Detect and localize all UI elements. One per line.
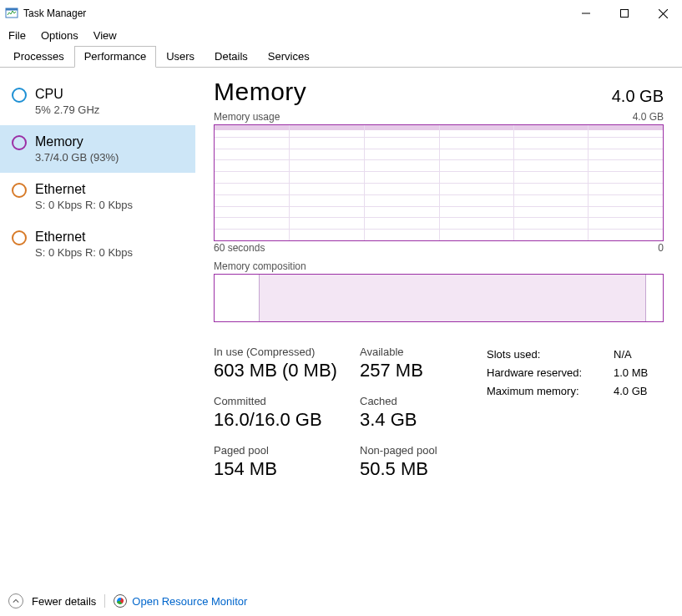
main-pane: Memory 4.0 GB Memory usage 4.0 GB 60 sec…	[195, 68, 682, 583]
cpu-ring-icon	[12, 88, 27, 103]
memory-usage-graph[interactable]	[214, 124, 664, 241]
page-title: Memory	[214, 78, 306, 106]
sidebar-item-ethernet-2[interactable]: Ethernet S: 0 Kbps R: 0 Kbps	[0, 220, 195, 268]
meta-max-value: 4.0 GB	[614, 382, 664, 401]
chevron-up-icon[interactable]	[8, 593, 23, 608]
stat-nonpaged-value: 50.5 MB	[360, 458, 460, 480]
sidebar-item-label: CPU	[35, 86, 99, 103]
footer-separator	[104, 594, 105, 608]
close-button[interactable]	[644, 0, 682, 27]
stat-available-value: 257 MB	[360, 360, 460, 381]
menu-view[interactable]: View	[93, 29, 117, 42]
stat-cached-label: Cached	[360, 395, 460, 407]
tab-services[interactable]: Services	[258, 46, 320, 68]
graph-label: Memory usage	[214, 111, 280, 123]
tab-details[interactable]: Details	[205, 46, 258, 68]
menu-options[interactable]: Options	[41, 29, 78, 42]
stat-inuse-value: 603 MB (0 MB)	[214, 360, 360, 381]
stat-paged-value: 154 MB	[214, 458, 360, 480]
stat-inuse-label: In use (Compressed)	[214, 346, 360, 358]
tab-performance[interactable]: Performance	[74, 46, 156, 68]
composition-label: Memory composition	[214, 260, 664, 272]
stat-paged-label: Paged pool	[214, 444, 360, 457]
stat-cached-value: 3.4 GB	[360, 409, 460, 431]
stat-nonpaged-label: Non-paged pool	[360, 444, 460, 457]
ethernet-ring-icon	[12, 230, 27, 245]
window-title: Task Manager	[23, 8, 86, 19]
memory-total: 4.0 GB	[612, 87, 664, 106]
svg-rect-1	[6, 8, 18, 11]
open-resource-monitor-link[interactable]: Open Resource Monitor	[114, 594, 247, 608]
graph-max-label: 4.0 GB	[633, 111, 664, 123]
stat-committed-value: 16.0/16.0 GB	[214, 409, 360, 431]
app-icon	[5, 7, 18, 20]
minimize-button[interactable]	[567, 0, 605, 27]
menu-file[interactable]: File	[8, 29, 26, 42]
resource-monitor-icon	[114, 594, 127, 608]
sidebar-item-memory[interactable]: Memory 3.7/4.0 GB (93%)	[0, 125, 195, 173]
sidebar-item-label: Memory	[35, 134, 119, 150]
menu-bar: File Options View	[0, 27, 682, 46]
resource-list: CPU 5% 2.79 GHz Memory 3.7/4.0 GB (93%) …	[0, 68, 195, 583]
tab-processes[interactable]: Processes	[3, 46, 74, 68]
memory-composition-bar[interactable]	[214, 274, 664, 322]
memory-ring-icon	[12, 135, 27, 150]
title-bar: Task Manager	[0, 0, 682, 27]
footer: Fewer details Open Resource Monitor	[0, 586, 682, 616]
fewer-details-button[interactable]: Fewer details	[32, 595, 96, 608]
meta-hw-value: 1.0 MB	[614, 364, 664, 382]
meta-hw-label: Hardware reserved:	[487, 364, 604, 382]
sidebar-item-sub: 5% 2.79 GHz	[35, 103, 99, 117]
meta-slots-label: Slots used:	[487, 346, 604, 364]
meta-slots-value: N/A	[614, 346, 664, 364]
sidebar-item-ethernet-1[interactable]: Ethernet S: 0 Kbps R: 0 Kbps	[0, 173, 195, 220]
sidebar-item-sub: 3.7/4.0 GB (93%)	[35, 150, 119, 164]
maximize-button[interactable]	[605, 0, 644, 27]
resource-monitor-label: Open Resource Monitor	[132, 595, 247, 608]
tab-strip: Processes Performance Users Details Serv…	[0, 46, 682, 68]
sidebar-item-label: Ethernet	[35, 229, 133, 245]
meta-max-label: Maximum memory:	[487, 382, 604, 401]
sidebar-item-sub: S: 0 Kbps R: 0 Kbps	[35, 245, 133, 260]
sidebar-item-cpu[interactable]: CPU 5% 2.79 GHz	[0, 78, 195, 125]
stat-available-label: Available	[360, 346, 460, 358]
stat-committed-label: Committed	[214, 395, 360, 407]
sidebar-item-sub: S: 0 Kbps R: 0 Kbps	[35, 198, 133, 212]
graph-x-left: 60 seconds	[214, 242, 265, 254]
svg-rect-3	[621, 10, 629, 18]
ethernet-ring-icon	[12, 183, 27, 198]
sidebar-item-label: Ethernet	[35, 181, 133, 198]
tab-users[interactable]: Users	[156, 46, 205, 68]
graph-x-right: 0	[658, 242, 664, 254]
